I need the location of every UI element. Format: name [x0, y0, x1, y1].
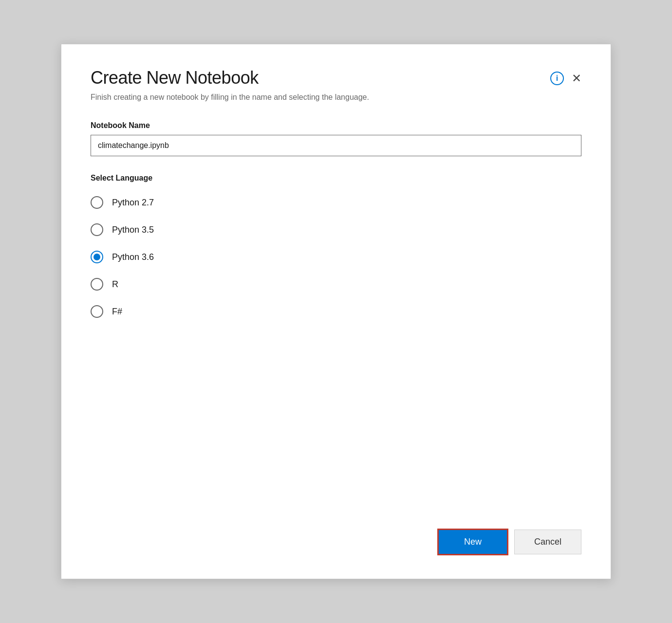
notebook-name-label: Notebook Name	[91, 121, 581, 130]
radio-circle-fsharp	[91, 305, 103, 318]
radio-label-python35: Python 3.5	[112, 225, 154, 235]
radio-circle-python36	[91, 251, 103, 263]
radio-circle-python27	[91, 196, 103, 209]
radio-circle-python35	[91, 223, 103, 236]
radio-label-python27: Python 2.7	[112, 198, 154, 208]
new-button[interactable]: New	[437, 529, 508, 555]
radio-python35[interactable]: Python 3.5	[91, 223, 581, 236]
dialog-title: Create New Notebook	[91, 68, 259, 88]
language-radio-group: Python 2.7 Python 3.5 Python 3.6 R F#	[91, 196, 581, 318]
cancel-button[interactable]: Cancel	[514, 530, 581, 554]
dialog-header: Create New Notebook i ✕ Finish creating …	[91, 68, 581, 102]
select-language-label: Select Language	[91, 174, 581, 183]
dialog-overlay: Create New Notebook i ✕ Finish creating …	[0, 0, 672, 623]
radio-fsharp[interactable]: F#	[91, 305, 581, 318]
radio-circle-r	[91, 278, 103, 291]
dialog-subtitle: Finish creating a new notebook by fillin…	[91, 93, 581, 102]
dialog-header-icons: i ✕	[550, 72, 581, 85]
radio-label-fsharp: F#	[112, 307, 122, 317]
notebook-name-input[interactable]	[91, 135, 581, 156]
close-icon[interactable]: ✕	[572, 73, 581, 84]
dialog-body: Notebook Name Select Language Python 2.7…	[91, 121, 581, 509]
radio-label-r: R	[112, 279, 118, 290]
radio-python27[interactable]: Python 2.7	[91, 196, 581, 209]
info-icon[interactable]: i	[550, 72, 564, 85]
radio-r[interactable]: R	[91, 278, 581, 291]
create-notebook-dialog: Create New Notebook i ✕ Finish creating …	[61, 44, 611, 579]
radio-label-python36: Python 3.6	[112, 252, 154, 262]
radio-python36[interactable]: Python 3.6	[91, 251, 581, 263]
dialog-footer: New Cancel	[91, 509, 581, 555]
dialog-title-row: Create New Notebook i ✕	[91, 68, 581, 88]
